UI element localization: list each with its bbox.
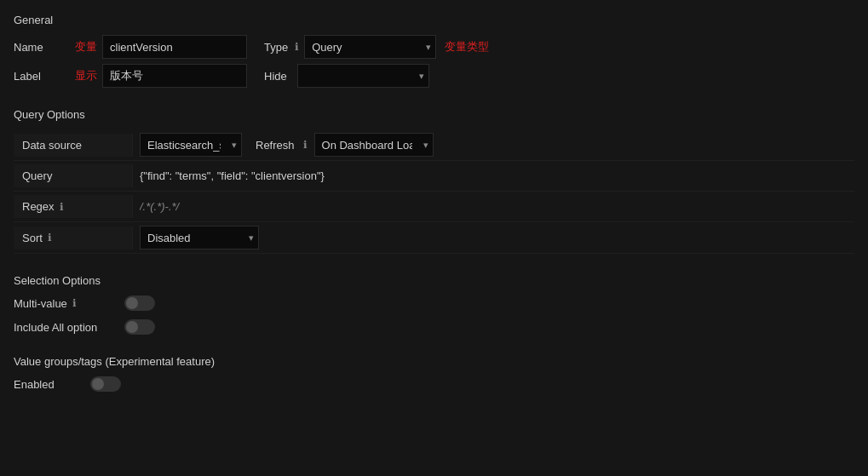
sort-label: Sort ℹ <box>14 227 133 249</box>
datasource-select[interactable]: Elasticsearch_s <box>140 133 242 157</box>
refresh-info-icon[interactable]: ℹ <box>303 139 308 151</box>
datasource-content: Elasticsearch_s Refresh ℹ On Dashboard L… <box>133 129 854 160</box>
hide-select-wrapper: Label Variable <box>297 64 429 88</box>
query-label: Query <box>14 164 133 187</box>
label-input[interactable] <box>102 64 247 88</box>
regex-label: Regex ℹ <box>14 195 133 218</box>
multi-value-info-icon[interactable]: ℹ <box>72 297 77 309</box>
multi-value-row: Multi-value ℹ <box>14 295 854 311</box>
type-select[interactable]: Query Custom Constant Interval Data sour… <box>304 35 436 59</box>
type-select-wrapper: Query Custom Constant Interval Data sour… <box>304 35 436 59</box>
refresh-label: Refresh <box>256 139 295 152</box>
regex-row: Regex ℹ <box>14 192 854 222</box>
regex-input[interactable] <box>140 200 848 213</box>
selection-options-title: Selection Options <box>14 274 854 287</box>
name-label: Name <box>14 41 65 54</box>
selection-options-section: Selection Options Multi-value ℹ Include … <box>14 274 854 335</box>
include-all-toggle[interactable] <box>124 319 155 335</box>
sort-info-icon[interactable]: ℹ <box>48 232 52 244</box>
sort-content: Disabled Alphabetical (asc) Alphabetical… <box>133 222 854 253</box>
datasource-label: Data source <box>14 134 133 157</box>
name-type-row: Name 变量 Type ℹ Query Custom Constant Int… <box>14 35 854 59</box>
query-content <box>133 164 854 187</box>
sort-row: Sort ℹ Disabled Alphabetical (asc) Alpha… <box>14 222 854 254</box>
name-input[interactable] <box>102 35 247 59</box>
hide-label: Hide <box>264 70 287 83</box>
on-dashboard-select-wrapper: On Dashboard Load On Time Range Change N… <box>314 133 434 157</box>
sort-select[interactable]: Disabled Alphabetical (asc) Alphabetical… <box>140 226 259 249</box>
type-info-icon[interactable]: ℹ <box>295 41 299 53</box>
regex-info-icon[interactable]: ℹ <box>60 201 64 213</box>
include-all-row: Include All option <box>14 319 854 335</box>
datasource-select-wrapper: Elasticsearch_s <box>140 133 242 157</box>
query-options-title: Query Options <box>14 108 854 121</box>
sort-label-text: Sort <box>22 232 43 244</box>
regex-content <box>133 197 854 216</box>
multi-value-label: Multi-value ℹ <box>14 297 116 310</box>
include-all-label-text: Include All option <box>14 321 97 334</box>
sort-select-wrapper: Disabled Alphabetical (asc) Alphabetical… <box>140 226 259 249</box>
query-row: Query <box>14 161 854 192</box>
query-label-text: Query <box>22 169 52 182</box>
datasource-label-text: Data source <box>22 139 82 152</box>
regex-label-text: Regex <box>22 200 55 213</box>
label-hide-row: Label 显示 Hide Label Variable <box>14 64 854 88</box>
enabled-toggle[interactable] <box>90 376 121 392</box>
type-badge: 变量类型 <box>445 39 489 54</box>
label-badge: 显示 <box>75 68 97 83</box>
general-title: General <box>14 14 854 26</box>
name-badge: 变量 <box>75 39 97 54</box>
datasource-row: Data source Elasticsearch_s Refresh ℹ On… <box>14 129 854 161</box>
query-options-section: Query Options Data source Elasticsearch_… <box>14 108 854 254</box>
type-label: Type <box>264 41 288 54</box>
hide-select[interactable]: Label Variable <box>297 64 429 88</box>
value-groups-section: Value groups/tags (Experimental feature)… <box>14 355 854 392</box>
label-label: Label <box>14 70 65 83</box>
value-groups-title: Value groups/tags (Experimental feature) <box>14 355 854 368</box>
type-group: Type ℹ Query Custom Constant Interval Da… <box>264 35 489 59</box>
multi-value-label-text: Multi-value <box>14 297 67 310</box>
include-all-label: Include All option <box>14 321 116 334</box>
query-input[interactable] <box>140 168 848 184</box>
on-dashboard-select[interactable]: On Dashboard Load On Time Range Change N… <box>314 133 434 157</box>
enabled-label: Enabled <box>14 378 82 391</box>
hide-group: Hide Label Variable <box>264 64 429 88</box>
general-section: General Name 变量 Type ℹ Query Custom Cons… <box>14 14 854 88</box>
multi-value-toggle[interactable] <box>124 295 155 311</box>
enabled-row: Enabled <box>14 376 854 392</box>
